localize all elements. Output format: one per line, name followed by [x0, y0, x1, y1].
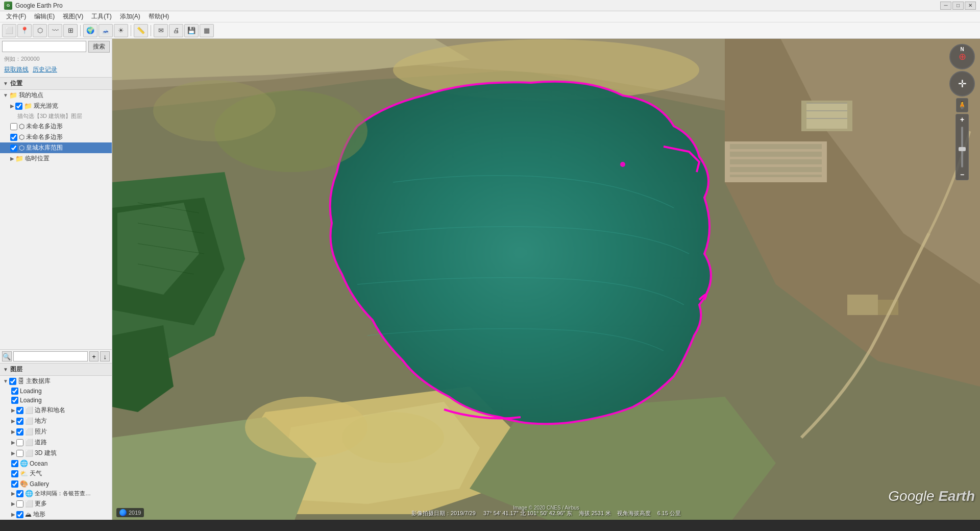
- positions-header[interactable]: ▼ 位置: [0, 78, 112, 90]
- svg-rect-21: [730, 175, 822, 177]
- check-loading2[interactable]: [11, 397, 18, 404]
- layer-search-input[interactable]: [13, 351, 88, 361]
- check-more[interactable]: [16, 500, 23, 508]
- toolbar-ruler[interactable]: 📏: [134, 24, 148, 37]
- tree-more[interactable]: ▶ ⬜ 更多: [0, 498, 112, 509]
- borders-icon: ⬜: [25, 406, 33, 414]
- check-gallery[interactable]: [11, 480, 18, 488]
- terrain-label: 地形: [33, 510, 45, 519]
- tree-main-db[interactable]: ▼ 🗄 主数据库: [0, 376, 112, 387]
- check-ocean[interactable]: [11, 460, 18, 467]
- toolbar-save[interactable]: 💾: [184, 24, 199, 37]
- layers-header[interactable]: ▼ 图层: [0, 364, 112, 376]
- toolbar-polygon[interactable]: ⬡: [33, 24, 47, 37]
- zoom-in-button[interactable]: +: [956, 114, 968, 125]
- svg-rect-20: [730, 167, 822, 172]
- check-terrain[interactable]: [16, 511, 23, 518]
- toolbar-more[interactable]: ▦: [200, 24, 214, 37]
- ocean-label: Ocean: [30, 460, 47, 467]
- check-polygon1[interactable]: [10, 123, 17, 130]
- menu-help[interactable]: 帮助(H): [144, 11, 174, 22]
- toolbar-sep-2: [131, 25, 131, 36]
- tree-ocean[interactable]: 🌐 Ocean: [0, 458, 112, 468]
- streetview-icon[interactable]: 🧍: [956, 98, 968, 112]
- tree-reservoir[interactable]: ⬡ 皇城水库范围: [0, 142, 112, 153]
- layer-remove-btn[interactable]: ↓: [100, 351, 110, 361]
- window-title: Google Earth Pro: [15, 2, 940, 9]
- tree-gallery[interactable]: 🎨 Gallery: [0, 479, 112, 489]
- check-sightseeing[interactable]: [15, 103, 22, 110]
- toolbar-sun[interactable]: ☀: [114, 24, 128, 37]
- menu-file[interactable]: 文件(F): [2, 11, 30, 22]
- tree-unnamed-polygon2[interactable]: ⬡ 未命名多边形: [0, 132, 112, 142]
- tree-sightseeing[interactable]: ▶ 📁 观光游览: [0, 101, 112, 111]
- reservoir-icon: ⬡: [19, 144, 24, 152]
- global-icon: 🌐: [25, 490, 33, 497]
- toolbar-history[interactable]: 🗻: [99, 24, 113, 37]
- compass[interactable]: N ⊕: [949, 44, 975, 69]
- check-main-db[interactable]: [9, 378, 16, 385]
- check-borders[interactable]: [16, 407, 23, 414]
- year-badge: 2019: [116, 508, 144, 517]
- close-button[interactable]: ✕: [965, 2, 976, 10]
- tree-3d-buildings[interactable]: ▶ ⬜ 3D 建筑: [0, 448, 112, 458]
- pan-control[interactable]: ✛: [949, 71, 975, 96]
- arrow-more: ▶: [11, 501, 15, 506]
- toolbar-overlay[interactable]: ⊞: [63, 24, 78, 37]
- tree-arrow-temp: ▶: [10, 156, 14, 161]
- polygon-icon-2: ⬡: [19, 133, 24, 141]
- arrow-places: ▶: [11, 418, 15, 424]
- tree-photos[interactable]: ▶ ⬜ 照片: [0, 426, 112, 437]
- check-roads[interactable]: [16, 439, 23, 446]
- tree-loading-2[interactable]: Loading: [0, 396, 112, 405]
- check-photos[interactable]: [16, 428, 23, 436]
- check-places[interactable]: [16, 418, 23, 425]
- roads-icon: ⬜: [25, 439, 33, 446]
- check-loading1[interactable]: [11, 388, 18, 395]
- tree-arrow-myplaces: ▼: [3, 92, 8, 98]
- menu-view[interactable]: 视图(V): [59, 11, 87, 22]
- map-area[interactable]: N ⊕ ✛ 🧍 + − Google Earth: [112, 39, 980, 520]
- menu-edit[interactable]: 编辑(E): [30, 11, 59, 22]
- tree-terrain[interactable]: ▶ ⛰ 地形: [0, 509, 112, 520]
- nav-links: 获取路线 历史记录: [2, 64, 110, 75]
- search-input[interactable]: [2, 41, 86, 52]
- check-reservoir[interactable]: [10, 144, 17, 152]
- layers-arrow: ▼: [3, 367, 8, 372]
- zoom-out-button[interactable]: −: [956, 170, 968, 180]
- tree-global-msg[interactable]: ▶ 🌐 全球间隔：各银苔查，请安装...: [0, 489, 112, 498]
- toolbar-print[interactable]: 🖨: [169, 24, 183, 37]
- check-3d[interactable]: [16, 450, 23, 457]
- folder-icon-temp: 📁: [15, 155, 23, 162]
- search-button[interactable]: 搜索: [88, 41, 110, 53]
- toolbar-fly-to[interactable]: 🌍: [83, 24, 97, 37]
- menu-tools[interactable]: 工具(T): [87, 11, 115, 22]
- menu-add[interactable]: 添加(A): [116, 11, 144, 22]
- history-link[interactable]: 历史记录: [33, 65, 57, 74]
- tree-unnamed-polygon1[interactable]: ⬡ 未命名多边形: [0, 121, 112, 132]
- 3d-label: 3D 建筑: [35, 449, 57, 457]
- tree-places[interactable]: ▶ ⬜ 地方: [0, 416, 112, 426]
- toolbar-path[interactable]: 〰: [48, 24, 62, 37]
- zoom-control: + −: [955, 114, 969, 180]
- get-route-link[interactable]: 获取路线: [4, 65, 29, 74]
- tree-roads[interactable]: ▶ ⬜ 道路: [0, 437, 112, 448]
- tree-borders[interactable]: ▶ ⬜ 边界和地名: [0, 405, 112, 416]
- layer-search-icon-btn[interactable]: 🔍: [2, 351, 12, 361]
- toolbar-email[interactable]: ✉: [154, 24, 168, 37]
- tree-my-places[interactable]: ▼ 📁 我的地点: [0, 90, 112, 101]
- svg-point-35: [153, 80, 276, 141]
- minimize-button[interactable]: ─: [940, 2, 951, 10]
- check-weather[interactable]: [11, 470, 18, 477]
- layer-add-btn[interactable]: +: [89, 351, 99, 361]
- tree-temp-location[interactable]: ▶ 📁 临时位置: [0, 153, 112, 164]
- toolbar-pointer[interactable]: ⬜: [2, 24, 16, 37]
- toolbar-placemark[interactable]: 📍: [17, 24, 32, 37]
- zoom-slider-thumb[interactable]: [959, 147, 966, 151]
- check-polygon2[interactable]: [10, 134, 17, 141]
- maximize-button[interactable]: □: [952, 2, 964, 10]
- coords-display: 37° 54′ 41.17″ 北 101° 50′ 42.96″ 东: [483, 510, 572, 516]
- tree-loading-1[interactable]: Loading: [0, 387, 112, 396]
- check-global[interactable]: [16, 490, 23, 497]
- tree-weather[interactable]: ⛅ 天气: [0, 468, 112, 479]
